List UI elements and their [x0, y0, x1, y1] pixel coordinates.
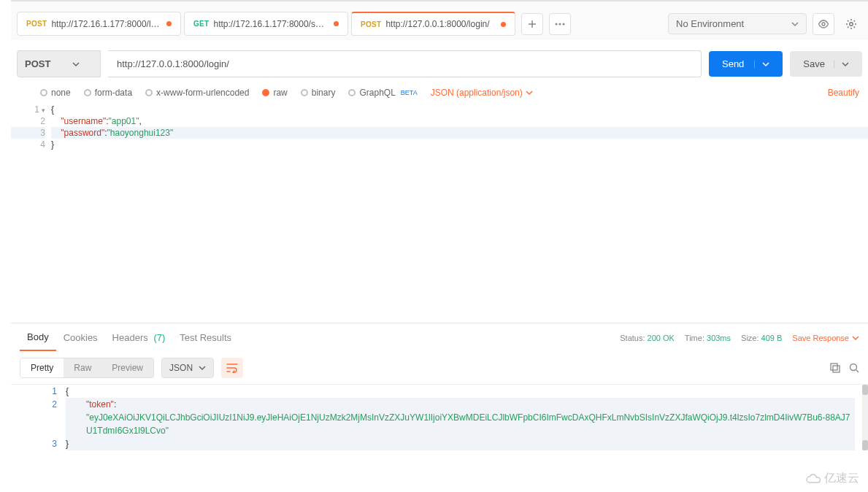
- url-input[interactable]: [108, 50, 702, 77]
- tab-label: http://127.0.0.1:8000/login/: [385, 19, 495, 29]
- chevron-down-icon: [72, 61, 80, 68]
- save-options[interactable]: [834, 61, 849, 68]
- scrollbar[interactable]: [862, 385, 868, 450]
- svg-point-3: [822, 23, 825, 26]
- send-button[interactable]: Send: [709, 51, 783, 77]
- search-response-button[interactable]: [849, 363, 859, 373]
- tab-1[interactable]: GET http://172.16.1.177:8000/servic...: [184, 12, 348, 36]
- chevron-down-icon: [199, 364, 206, 372]
- environment-label: No Environment: [676, 18, 744, 29]
- tab-2[interactable]: POST http://127.0.0.1:8000/login/: [351, 12, 515, 36]
- tab-label: http://172.16.1.177:8000/login/: [51, 19, 161, 29]
- response-code-area[interactable]: { "token": "eyJ0eXAiOiJKV1QiLCJhbGciOiJI…: [66, 385, 862, 450]
- response-tab-body[interactable]: Body: [20, 324, 56, 351]
- response-format-dropdown[interactable]: JSON: [161, 358, 214, 378]
- environment-quicklook-button[interactable]: [813, 13, 834, 35]
- status-label: Status: 200 OK: [620, 334, 675, 342]
- beautify-button[interactable]: Beautify: [828, 88, 859, 98]
- svg-point-2: [563, 23, 565, 25]
- copy-icon: [830, 363, 840, 373]
- response-tab-headers[interactable]: Headers (7): [105, 325, 173, 350]
- wrap-icon: [226, 363, 238, 373]
- view-pretty[interactable]: Pretty: [20, 358, 64, 377]
- chevron-down-icon: [852, 334, 859, 342]
- unsaved-dot-icon: [334, 21, 339, 26]
- code-area[interactable]: { "username":"app01", "password":"haoyon…: [51, 104, 868, 150]
- response-body-viewer[interactable]: 1 2 3 { "token": "eyJ0eXAiOiJKV1QiLCJhbG…: [11, 385, 868, 450]
- line-gutter: 1 ▾ 2 3 4: [11, 104, 51, 150]
- gear-icon: [845, 18, 857, 30]
- tab-0[interactable]: POST http://172.16.1.177:8000/login/: [17, 12, 181, 36]
- body-graphql-radio[interactable]: GraphQLBETA: [348, 88, 417, 98]
- size-label: Size: 409 B: [741, 334, 782, 342]
- body-none-radio[interactable]: none: [40, 88, 71, 98]
- response-tab-cookies[interactable]: Cookies: [56, 325, 105, 350]
- ellipsis-icon: [555, 23, 565, 26]
- method-dropdown[interactable]: POST: [17, 50, 101, 77]
- copy-response-button[interactable]: [830, 363, 840, 373]
- svg-point-7: [850, 364, 857, 371]
- plus-icon: [528, 20, 537, 28]
- environment-select[interactable]: No Environment: [668, 13, 807, 34]
- body-binary-radio[interactable]: binary: [301, 88, 336, 98]
- cloud-icon: [805, 474, 821, 484]
- request-tabs: POST http://172.16.1.177:8000/login/ GET…: [17, 12, 515, 36]
- body-urlencoded-radio[interactable]: x-www-form-urlencoded: [145, 88, 249, 98]
- body-formdata-radio[interactable]: form-data: [84, 88, 132, 98]
- body-raw-radio[interactable]: raw: [262, 88, 287, 98]
- tab-method: POST: [26, 20, 47, 28]
- response-tab-test-results[interactable]: Test Results: [172, 325, 239, 350]
- unsaved-dot-icon: [166, 21, 172, 26]
- method-label: POST: [25, 58, 50, 69]
- save-response-button[interactable]: Save Response: [792, 334, 859, 342]
- tab-options-button[interactable]: [549, 13, 571, 35]
- wrap-lines-button[interactable]: [221, 358, 243, 378]
- eye-icon: [818, 20, 829, 28]
- view-raw[interactable]: Raw: [64, 358, 101, 377]
- response-view-mode: Pretty Raw Preview: [20, 358, 154, 378]
- save-button[interactable]: Save: [790, 51, 862, 77]
- tab-method: GET: [193, 20, 209, 28]
- chevron-down-icon: [842, 61, 849, 68]
- tab-label: http://172.16.1.177:8000/servic...: [213, 19, 328, 29]
- chevron-down-icon: [791, 20, 799, 28]
- unsaved-dot-icon: [501, 22, 506, 27]
- chevron-down-icon: [762, 61, 769, 68]
- watermark: 亿速云: [805, 471, 859, 486]
- view-preview[interactable]: Preview: [101, 358, 153, 377]
- search-icon: [849, 363, 859, 373]
- svg-rect-6: [831, 364, 837, 370]
- request-body-editor[interactable]: 1 ▾ 2 3 4 { "username":"app01", "passwor…: [11, 104, 868, 323]
- svg-rect-5: [833, 366, 840, 372]
- response-gutter: 1 2 3: [11, 385, 66, 450]
- new-tab-button[interactable]: [521, 13, 543, 35]
- save-label: Save: [803, 58, 825, 69]
- time-label: Time: 303ms: [685, 334, 731, 342]
- settings-button[interactable]: [840, 13, 862, 35]
- send-options[interactable]: [754, 61, 769, 68]
- content-type-dropdown[interactable]: JSON (application/json): [431, 88, 533, 98]
- chevron-down-icon: [526, 89, 533, 96]
- send-label: Send: [722, 58, 744, 69]
- svg-point-0: [556, 23, 558, 25]
- svg-point-1: [559, 23, 561, 25]
- svg-point-4: [850, 22, 853, 25]
- tab-method: POST: [361, 20, 381, 28]
